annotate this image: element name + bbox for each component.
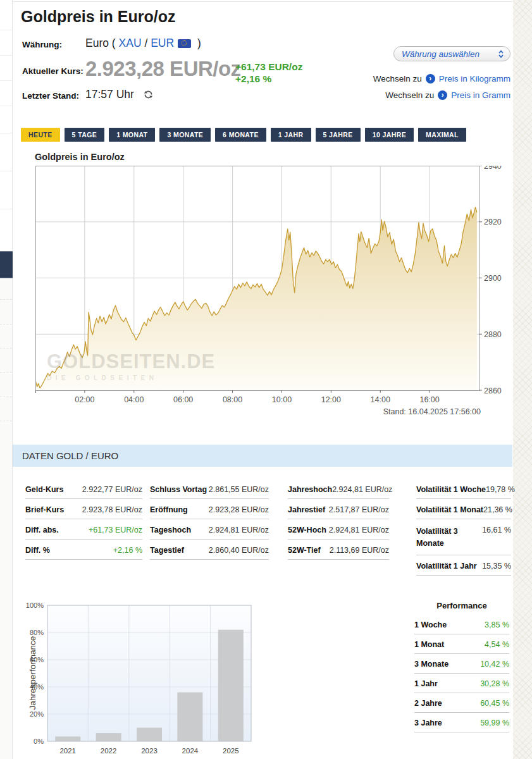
refresh-icon[interactable] [144,89,153,102]
svg-text:14:00: 14:00 [371,395,390,404]
range-button-1-monat[interactable]: 1 MONAT [109,128,155,142]
data-row-value: 2.860,40 EUR/oz [209,546,269,555]
data-row-label: Jahrestief [288,505,325,514]
range-button-5-jahre[interactable]: 5 JAHRE [316,128,361,142]
performance-row-label: 3 Monate [414,660,448,669]
data-row-label: Geld-Kurs [25,485,63,494]
data-row-value: 2.923,78 EUR/oz [82,505,142,514]
data-row-label: 52W-Tief [288,546,321,555]
range-button-5-tage[interactable]: 5 TAGE [65,128,105,142]
data-row: 52W-Hoch2.924,81 EUR/oz [288,519,389,540]
data-row: Brief-Kurs2.923,78 EUR/oz [25,499,142,519]
eur-link[interactable]: EUR [151,37,174,49]
data-row-label: Volatilität 1 Woche [416,485,486,494]
svg-text:2900: 2900 [484,274,502,283]
top-divider [13,1,512,2]
time-range-buttons: HEUTE5 TAGE1 MONAT3 MONATE6 MONATE1 JAHR… [21,128,466,142]
data-grid: Geld-Kurs2.922,77 EUR/ozBrief-Kurs2.923,… [25,479,511,576]
data-row: Eröffnung2.923,28 EUR/oz [150,499,269,519]
data-section-header: DATEN GOLD / EURO [13,445,512,467]
switch-prefix: Wechseln zu [373,74,422,83]
data-row-label: Eröffnung [150,505,188,514]
performance-row-label: 1 Woche [414,620,447,629]
price-in-kilogram-link[interactable]: Preis in Kilogramm [439,74,510,83]
data-row-value: +2,16 % [113,546,142,555]
data-row-value: 19,78 % [486,485,515,494]
data-row-label: Volatilität 3 Monate [416,526,474,550]
performance-row-label: 1 Jahr [414,679,438,688]
menu-divider [0,324,12,324]
range-button-10-jahre[interactable]: 10 JAHRE [365,128,414,142]
performance-row: 2 Jahre60,45 % [414,693,509,713]
current-price-label: Aktueller Kurs: [22,66,84,76]
data-row: Volatilität 3 Monate16,61 % [416,519,511,555]
data-row-value: 2.924,81 EUR/oz [332,485,392,494]
svg-text:2023: 2023 [141,747,158,755]
currency-select-dropdown[interactable]: Währung auswählen [393,46,510,61]
performance-row-label: 2 Jahre [414,699,442,708]
menu-divider [0,299,12,300]
left-menu-lower-zone [0,279,12,759]
data-row-value: 2.922,77 EUR/oz [82,485,142,494]
performance-table: Performance 1 Woche3,85 %1 Monat4,54 %3 … [414,601,509,732]
current-price-value: 2.923,28 EUR/oz [85,57,241,81]
data-column: Volatilität 1 Woche19,78 %Volatilität 1 … [416,479,511,576]
menu-divider [0,55,12,56]
svg-text:2021: 2021 [59,747,76,755]
performance-row: 3 Jahre59,99 % [414,713,509,732]
data-row-label: Tageshoch [150,526,191,534]
performance-row-value: 10,42 % [480,660,509,669]
page-title: Goldpreis in Euro/oz [21,8,175,26]
chart-title: Goldpreis in Euro/oz [35,152,125,162]
data-row-value: 2.924,81 EUR/oz [209,526,269,534]
data-row-label: Schluss Vortag [150,485,207,494]
svg-text:12:00: 12:00 [321,395,341,404]
data-row-label: Volatilität 1 Jahr [416,562,477,571]
data-row: Jahreshoch2.924,81 EUR/oz [288,479,389,499]
range-button-6-monate[interactable]: 6 MONATE [215,128,266,142]
data-row: Diff. abs.+61,73 EUR/oz [25,519,142,540]
svg-text:02:00: 02:00 [75,395,94,404]
price-in-gram-link[interactable]: Preis in Gramm [451,90,510,100]
xau-link[interactable]: XAU [119,37,142,49]
data-row-value: 2.924,81 EUR/oz [329,526,389,534]
svg-text:2024: 2024 [182,747,199,755]
left-menu-active-item[interactable] [0,251,13,278]
menu-divider [0,106,12,106]
price-change-absolute: +61,73 EUR/oz [235,61,302,73]
data-row-value: 2.923,28 EUR/oz [209,505,269,514]
data-row: Tageshoch2.924,81 EUR/oz [150,519,269,540]
data-row-label: Jahreshoch [288,485,332,494]
menu-divider [0,397,12,397]
menu-divider [0,80,12,81]
arrow-right-icon: › [438,90,447,100]
data-row-value: 16,61 % [482,526,511,534]
left-menu-sliver [0,0,13,759]
currency-value: Euro ( XAU / EUR ) [85,37,201,50]
data-row-value: 2.113,69 EUR/oz [330,546,389,555]
svg-text:2022: 2022 [101,747,117,755]
svg-text:08:00: 08:00 [223,395,242,404]
data-row-label: Tagestief [150,546,184,555]
eu-flag-icon [178,39,191,48]
performance-title: Performance [414,601,509,610]
menu-divider [0,372,12,373]
data-row-label: Diff. % [25,546,50,555]
range-button-heute[interactable]: HEUTE [21,128,60,142]
performance-row-value: 30,28 % [480,679,509,688]
performance-row-value: 60,45 % [480,699,509,708]
svg-text:06:00: 06:00 [173,395,193,404]
goldprice-page: Goldpreis in Euro/oz Währung: Euro ( XAU… [0,0,532,759]
svg-text:100%: 100% [26,602,44,609]
range-button-3-monate[interactable]: 3 MONATE [159,128,211,142]
svg-text:2940: 2940 [484,166,502,171]
range-button-maximal[interactable]: MAXIMAL [418,128,466,142]
menu-divider [0,348,12,349]
data-row-value: +61,73 EUR/oz [89,526,142,534]
data-column: Schluss Vortag2.861,55 EUR/ozEröffnung2.… [150,479,269,560]
range-button-1-jahr[interactable]: 1 JAHR [271,128,311,142]
last-update-label: Letzter Stand: [22,91,79,101]
svg-text:2025: 2025 [223,747,239,755]
data-row: Schluss Vortag2.861,55 EUR/oz [150,479,269,499]
intraday-chart-svg: 2860288029002920294002:0004:0006:0008:00… [35,166,516,409]
